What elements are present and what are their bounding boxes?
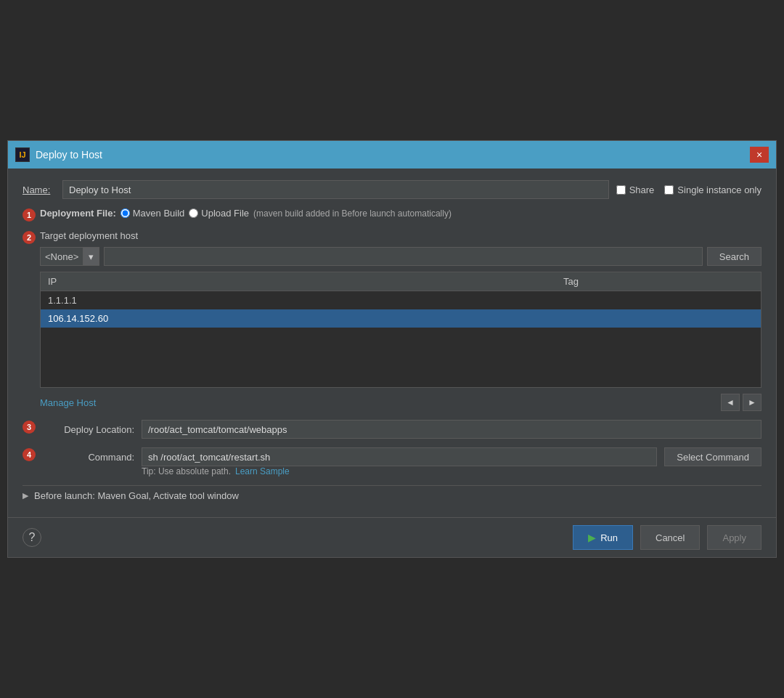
help-button[interactable]: ? xyxy=(23,528,41,547)
dialog-content: Name: Share Single instance only 1 xyxy=(8,169,776,517)
host-table-container: IP Tag 1.1.1.1 106.14.152.60 xyxy=(40,272,761,388)
none-dropdown-text: <None> xyxy=(41,251,83,262)
tip-text: Tip: Use absolute path. xyxy=(142,466,231,476)
deploy-location-input[interactable] xyxy=(142,420,761,439)
host-table-body: 1.1.1.1 106.14.152.60 xyxy=(41,291,761,328)
step-badge-3: 3 xyxy=(23,421,36,434)
name-right-options: Share Single instance only xyxy=(616,184,761,195)
single-instance-checkbox-group: Single instance only xyxy=(664,184,761,195)
deployment-file-section: 1 Deployment File: Maven Build Upload Fi… xyxy=(23,208,761,222)
host-table: IP Tag 1.1.1.1 106.14.152.60 xyxy=(41,272,761,328)
maven-hint: (maven build added in Before launch auto… xyxy=(253,208,452,219)
host-search-input[interactable] xyxy=(104,247,703,266)
tip-row: Tip: Use absolute path. Learn Sample xyxy=(40,466,761,476)
select-command-button[interactable]: Select Command xyxy=(664,447,761,466)
deploy-location-row: Deploy Location: xyxy=(40,420,761,439)
title-bar-left: IJ Deploy to Host xyxy=(15,147,102,162)
col-tag: Tag xyxy=(556,272,761,291)
cancel-button[interactable]: Cancel xyxy=(640,525,700,550)
step-badge-4: 4 xyxy=(23,448,36,461)
cell-tag xyxy=(556,309,761,328)
table-row[interactable]: 1.1.1.1 xyxy=(41,291,761,310)
run-icon: ▶ xyxy=(588,532,596,543)
run-label: Run xyxy=(600,532,618,543)
manage-host-row: Manage Host ◄ ► xyxy=(40,394,761,411)
target-deployment-section: 2 Target deployment host <None> ▾ Search xyxy=(23,230,761,411)
maven-build-radio[interactable] xyxy=(121,208,130,218)
name-input[interactable] xyxy=(62,180,609,199)
before-launch-label: Before launch: Maven Goal, Activate tool… xyxy=(34,490,239,501)
deploy-location-section: 3 Deploy Location: xyxy=(23,420,761,439)
command-section: 4 Command: Select Command Tip: Use absol… xyxy=(23,447,761,476)
before-launch-row[interactable]: ▶ Before launch: Maven Goal, Activate to… xyxy=(23,485,761,506)
maven-build-label: Maven Build xyxy=(133,208,185,219)
col-ip: IP xyxy=(41,272,556,291)
share-checkbox[interactable] xyxy=(616,185,626,195)
dropdown-arrow-icon[interactable]: ▾ xyxy=(83,248,99,265)
host-table-header: IP Tag xyxy=(41,272,761,291)
cell-ip: 106.14.152.60 xyxy=(41,309,556,328)
upload-file-label: Upload File xyxy=(201,208,249,219)
single-instance-checkbox[interactable] xyxy=(664,185,674,195)
none-dropdown[interactable]: <None> ▾ xyxy=(40,247,99,266)
run-button[interactable]: ▶ Run xyxy=(573,525,633,550)
command-label: Command: xyxy=(40,452,134,463)
target-deployment-header: Target deployment host xyxy=(40,230,761,241)
title-bar: IJ Deploy to Host × xyxy=(8,141,776,169)
footer: ? ▶ Run Cancel Apply xyxy=(8,517,776,557)
table-row[interactable]: 106.14.152.60 xyxy=(41,309,761,328)
apply-button[interactable]: Apply xyxy=(707,525,761,550)
deploy-to-host-dialog: IJ Deploy to Host × Name: Share Single i… xyxy=(7,140,777,558)
upload-file-radio[interactable] xyxy=(189,208,198,218)
manage-host-link[interactable]: Manage Host xyxy=(40,397,96,408)
command-input[interactable] xyxy=(142,447,657,466)
step-badge-1: 1 xyxy=(23,208,36,222)
command-row: Command: Select Command xyxy=(40,447,761,466)
target-deployment-content: Target deployment host <None> ▾ Search I… xyxy=(40,230,761,411)
cell-ip: 1.1.1.1 xyxy=(41,291,556,310)
expand-arrow-icon: ▶ xyxy=(23,491,28,500)
upload-file-radio-group: Upload File xyxy=(189,208,249,219)
maven-build-radio-group: Maven Build xyxy=(121,208,185,219)
nav-arrows: ◄ ► xyxy=(721,394,761,411)
name-row: Name: Share Single instance only xyxy=(23,180,761,199)
command-content: Command: Select Command Tip: Use absolut… xyxy=(40,447,761,476)
deploy-location-label: Deploy Location: xyxy=(40,424,134,435)
host-search-row: <None> ▾ Search xyxy=(40,247,761,266)
share-label: Share xyxy=(629,184,655,195)
nav-next-button[interactable]: ► xyxy=(743,394,761,411)
cell-tag xyxy=(556,291,761,310)
name-label: Name: xyxy=(23,184,55,195)
search-button[interactable]: Search xyxy=(707,247,761,266)
share-checkbox-group: Share xyxy=(616,184,655,195)
deployment-file-row: Deployment File: Maven Build Upload File… xyxy=(40,208,452,219)
nav-prev-button[interactable]: ◄ xyxy=(721,394,740,411)
step-badge-2: 2 xyxy=(23,231,36,244)
dialog-title: Deploy to Host xyxy=(36,149,102,161)
deployment-file-label: Deployment File: xyxy=(40,208,116,219)
app-icon: IJ xyxy=(15,147,30,162)
learn-sample-link[interactable]: Learn Sample xyxy=(235,466,290,476)
single-instance-label: Single instance only xyxy=(677,184,761,195)
footer-buttons: ▶ Run Cancel Apply xyxy=(573,525,761,550)
close-button[interactable]: × xyxy=(750,147,769,163)
